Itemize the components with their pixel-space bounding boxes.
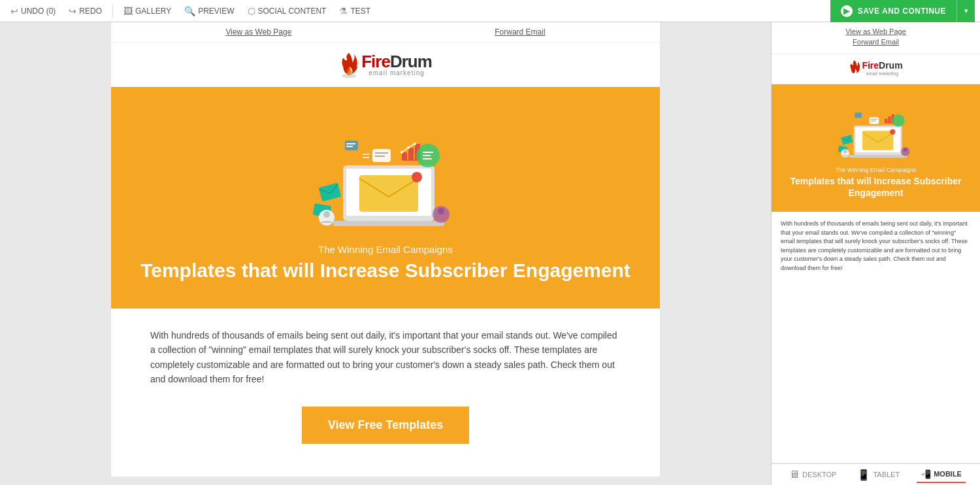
preview-logo-area: FireDrum email marketing — [772, 54, 980, 84]
redo-icon: ↪ — [69, 6, 76, 16]
toolbar: ↩ UNDO (0) ↪ REDO 🖼 GALLERY 🔍 PREVIEW ⬡ … — [0, 0, 980, 22]
hero-section: The Winning Email Campaigns Templates th… — [111, 87, 660, 309]
svg-rect-45 — [885, 119, 887, 123]
preview-hero-subtitle: The Winning Email Campaigns — [778, 167, 973, 173]
desktop-tab[interactable]: 🖥 DESKTOP — [785, 466, 840, 483]
svg-rect-6 — [319, 182, 342, 201]
logo-text: FireDrum email marketing — [361, 53, 432, 76]
svg-rect-46 — [888, 116, 890, 123]
test-label: TEST — [350, 7, 370, 16]
svg-rect-15 — [402, 152, 407, 160]
svg-point-41 — [904, 148, 907, 152]
body-section: With hundreds of thousands of emails bei… — [111, 309, 660, 477]
svg-point-19 — [400, 151, 403, 154]
svg-rect-33 — [862, 131, 892, 150]
body-text: With hundreds of thousands of emails bei… — [150, 328, 621, 387]
email-logo-area: FireDrum email marketing — [111, 42, 660, 87]
device-tabs: 🖥 DESKTOP 📱 TABLET 📲 MOBILE — [771, 463, 980, 485]
preview-hero: The Winning Email Campaigns Templates th… — [772, 84, 980, 212]
view-as-web-page-link[interactable]: View as Web Page — [225, 27, 291, 37]
svg-rect-35 — [848, 155, 906, 158]
svg-rect-5 — [333, 221, 444, 226]
editor-pane[interactable]: View as Web Page Forward Email FireDrum — [0, 22, 771, 485]
test-button[interactable]: ⚗ TEST — [334, 3, 376, 19]
undo-label: UNDO (0) — [21, 7, 56, 16]
email-meta-bar: View as Web Page Forward Email — [111, 22, 660, 42]
preview-meta-bar: View as Web Page Forward Email — [772, 22, 980, 54]
svg-rect-16 — [408, 148, 414, 160]
logo-fire: Fire — [361, 52, 390, 71]
preview-flame-icon — [849, 59, 860, 76]
mobile-tab[interactable]: 📲 MOBILE — [917, 467, 966, 483]
svg-rect-23 — [346, 143, 355, 144]
svg-point-20 — [407, 146, 410, 149]
mobile-icon: 📲 — [921, 469, 931, 479]
svg-rect-3 — [359, 175, 418, 212]
preview-pane: View as Web Page Forward Email FireDrum … — [771, 22, 980, 485]
svg-point-4 — [412, 172, 422, 182]
preview-logo-subtitle: email marketing — [862, 71, 902, 76]
logo-drum: Drum — [390, 52, 432, 71]
svg-point-9 — [323, 211, 330, 218]
svg-rect-13 — [375, 152, 388, 154]
gallery-icon: 🖼 — [123, 6, 133, 16]
save-icon: ▶ — [841, 5, 853, 17]
tablet-icon: 📱 — [857, 469, 870, 481]
svg-rect-22 — [345, 141, 358, 150]
desktop-icon: 🖥 — [789, 469, 800, 480]
tablet-tab-label: TABLET — [873, 471, 900, 478]
preview-forward-email-link[interactable]: Forward Email — [778, 38, 973, 46]
preview-body-text: With hundreds of thousands of emails bei… — [781, 220, 971, 273]
svg-rect-30 — [423, 158, 432, 159]
cta-container: View Free Templates — [150, 407, 621, 457]
social-content-label: SOCIAL CONTENT — [258, 7, 327, 16]
save-label: SAVE AND CONTINUE — [858, 7, 946, 16]
svg-rect-24 — [346, 146, 353, 147]
hero-illustration — [307, 107, 464, 231]
flame-icon — [339, 52, 359, 78]
svg-point-11 — [438, 208, 444, 214]
social-content-button[interactable]: ⬡ SOCIAL CONTENT — [242, 3, 332, 19]
undo-button[interactable]: ↩ UNDO (0) — [5, 3, 61, 19]
hero-subtitle: The Winning Email Campaigns — [124, 244, 647, 255]
preview-view-as-web-page-link[interactable]: View as Web Page — [778, 27, 973, 35]
preview-logo-drum: Drum — [879, 60, 903, 71]
svg-rect-14 — [375, 156, 385, 157]
svg-point-0 — [342, 74, 357, 78]
preview-button[interactable]: 🔍 PREVIEW — [179, 3, 239, 19]
redo-label: REDO — [79, 7, 102, 16]
desktop-tab-label: DESKTOP — [802, 471, 836, 478]
preview-icon: 🔍 — [184, 6, 195, 16]
firedrum-logo: FireDrum email marketing — [339, 52, 432, 78]
logo-subtitle: email marketing — [361, 70, 432, 76]
svg-point-34 — [890, 129, 895, 135]
hero-title: Templates that will Increase Subscriber … — [124, 259, 647, 282]
svg-point-50 — [892, 114, 904, 127]
social-icon: ⬡ — [248, 6, 255, 16]
cta-button[interactable]: View Free Templates — [302, 407, 469, 444]
tablet-tab[interactable]: 📱 TABLET — [853, 466, 904, 484]
preview-label: PREVIEW — [198, 7, 234, 16]
save-dropdown-arrow[interactable]: ▾ — [956, 0, 975, 22]
svg-rect-36 — [841, 135, 853, 144]
svg-rect-28 — [423, 152, 433, 153]
forward-email-link[interactable]: Forward Email — [495, 27, 545, 37]
preview-hero-title: Templates that will Increase Subscriber … — [778, 175, 973, 199]
preview-body: With hundreds of thousands of emails bei… — [772, 212, 980, 280]
preview-firedrum-logo: FireDrum email marketing — [849, 59, 902, 76]
redo-button[interactable]: ↪ REDO — [63, 3, 107, 19]
svg-point-39 — [843, 150, 847, 153]
gallery-button[interactable]: 🖼 GALLERY — [118, 3, 176, 19]
svg-rect-43 — [870, 119, 877, 120]
gallery-label: GALLERY — [135, 7, 171, 16]
mobile-tab-label: MOBILE — [934, 470, 962, 478]
test-icon: ⚗ — [339, 6, 348, 16]
email-canvas: View as Web Page Forward Email FireDrum — [111, 22, 660, 477]
preview-logo-fire: Fire — [862, 60, 879, 71]
svg-rect-49 — [855, 112, 862, 118]
save-continue-button[interactable]: ▶ SAVE AND CONTINUE ▾ — [830, 0, 975, 22]
svg-point-21 — [414, 142, 416, 145]
svg-rect-29 — [423, 155, 431, 156]
svg-rect-44 — [870, 120, 875, 121]
main-layout: View as Web Page Forward Email FireDrum — [0, 22, 980, 485]
